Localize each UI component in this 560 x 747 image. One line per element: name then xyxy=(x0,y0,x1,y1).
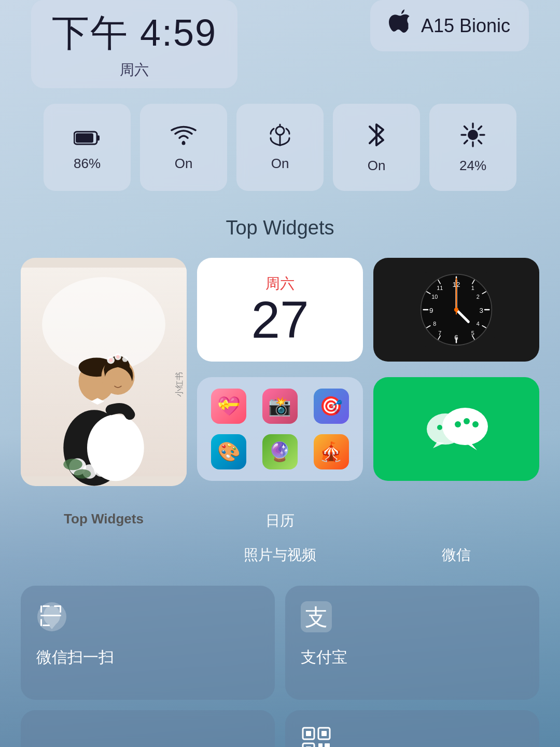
svg-text:4: 4 xyxy=(477,321,480,327)
svg-rect-81 xyxy=(40,619,42,626)
alipay-label: 支付宝 xyxy=(301,647,347,668)
svg-text:9: 9 xyxy=(429,307,433,314)
svg-rect-80 xyxy=(43,625,50,626)
folder-icon-6: 🎪 xyxy=(314,434,349,469)
folder-icon-3: 🎯 xyxy=(314,389,349,424)
svg-point-73 xyxy=(464,418,470,424)
widget-grid: 小红书 周六 27 xyxy=(21,258,539,486)
wifi-label: On xyxy=(175,156,193,172)
svg-rect-76 xyxy=(43,605,50,607)
svg-point-34 xyxy=(63,459,82,470)
svg-point-68 xyxy=(437,425,442,430)
svg-rect-92 xyxy=(325,743,330,747)
chip-widget: A15 Bionic xyxy=(370,0,529,51)
wechat-widget[interactable] xyxy=(373,377,539,481)
chip-name: A15 Bionic xyxy=(421,15,510,37)
battery-label: 86% xyxy=(74,156,101,172)
svg-rect-82 xyxy=(40,615,61,616)
svg-text:支: 支 xyxy=(305,604,328,630)
svg-text:1: 1 xyxy=(471,285,474,291)
wifi-control[interactable]: On xyxy=(140,104,227,191)
svg-point-3 xyxy=(182,141,186,145)
svg-point-71 xyxy=(442,408,488,445)
brightness-control[interactable]: 24% xyxy=(429,104,516,191)
brightness-icon xyxy=(459,121,486,153)
svg-text:小红书: 小红书 xyxy=(174,372,184,397)
folder-icon-2: 📸 xyxy=(262,389,298,424)
cellular-control[interactable]: On xyxy=(236,104,324,191)
health-qr-tile[interactable]: 四川天府健康通 xyxy=(285,710,539,747)
svg-point-4 xyxy=(276,127,284,135)
clock-app-widget[interactable]: 12 3 6 9 1 2 4 5 7 8 10 11 xyxy=(373,258,539,362)
xiaohongshu-tile[interactable]: 小红书 小红书 xyxy=(21,710,275,747)
folder-app-label: 照片与视频 xyxy=(197,545,363,565)
bluetooth-icon xyxy=(367,121,386,153)
svg-rect-1 xyxy=(97,135,100,141)
wechat-scan-icon xyxy=(36,601,67,639)
svg-point-72 xyxy=(455,421,461,427)
battery-icon xyxy=(74,123,101,150)
svg-text:2: 2 xyxy=(477,294,480,300)
svg-line-13 xyxy=(479,140,482,143)
svg-point-27 xyxy=(116,355,119,358)
svg-rect-86 xyxy=(306,731,311,736)
quick-controls: 86% On xyxy=(21,104,539,191)
qr-icon xyxy=(301,726,332,747)
cellular-icon xyxy=(267,123,293,150)
svg-point-33 xyxy=(94,462,109,477)
battery-control[interactable]: 86% xyxy=(44,104,131,191)
calendar-date: 27 xyxy=(251,294,309,345)
svg-rect-77 xyxy=(40,605,42,613)
svg-rect-79 xyxy=(60,605,61,613)
brightness-label: 24% xyxy=(459,158,486,174)
svg-line-15 xyxy=(465,140,468,143)
shortcuts-grid: 微信扫一扫 支 支付宝 小红书 小红书 xyxy=(21,586,539,747)
photo-widget-label: Top Widgets xyxy=(21,511,187,531)
clock-time: 下午 4:59 xyxy=(52,8,217,58)
calendar-widget[interactable]: 周六 27 xyxy=(197,258,363,362)
cellular-label: On xyxy=(271,156,289,172)
svg-point-35 xyxy=(74,469,91,478)
section-title: Top Widgets xyxy=(21,217,539,239)
svg-rect-91 xyxy=(318,743,323,747)
svg-rect-89 xyxy=(303,743,314,747)
svg-point-17 xyxy=(42,277,165,372)
calendar-app-label: 日历 xyxy=(197,511,363,531)
svg-point-7 xyxy=(468,130,478,140)
svg-point-26 xyxy=(109,358,113,362)
svg-line-14 xyxy=(479,126,482,129)
wechat-scan-tile[interactable]: 微信扫一扫 xyxy=(21,586,275,700)
bluetooth-label: On xyxy=(368,158,386,174)
photo-widget[interactable]: 小红书 xyxy=(21,258,187,486)
widget-row-labels: Top Widgets 日历 照片与视频 微信 xyxy=(21,507,539,565)
alipay-icon: 支 xyxy=(301,601,332,639)
svg-point-30 xyxy=(95,399,100,404)
folder-icon-5: 🔮 xyxy=(262,434,298,469)
top-bar: 下午 4:59 周六 A15 Bionic xyxy=(21,0,539,88)
folder-icon-4: 🎨 xyxy=(211,434,246,469)
clock-day: 周六 xyxy=(52,60,217,80)
svg-point-25 xyxy=(122,356,128,362)
wechat-scan-label: 微信扫一扫 xyxy=(36,647,114,668)
svg-text:10: 10 xyxy=(431,294,438,300)
svg-text:6: 6 xyxy=(454,334,458,341)
wifi-icon xyxy=(170,123,197,150)
svg-point-74 xyxy=(472,421,479,427)
svg-text:11: 11 xyxy=(437,285,443,291)
alipay-tile[interactable]: 支 支付宝 xyxy=(285,586,539,700)
bluetooth-control[interactable]: On xyxy=(333,104,420,191)
svg-text:7: 7 xyxy=(438,330,441,336)
svg-line-12 xyxy=(465,126,468,129)
svg-text:3: 3 xyxy=(480,307,483,314)
folder-widget[interactable]: 💝 📸 🎯 🎨 🔮 🎪 xyxy=(197,377,363,481)
svg-text:5: 5 xyxy=(471,330,474,336)
svg-rect-88 xyxy=(321,731,327,736)
svg-rect-2 xyxy=(76,133,93,143)
apple-logo-icon xyxy=(389,8,414,43)
clock-widget[interactable]: 下午 4:59 周六 xyxy=(31,0,237,88)
folder-icon-1: 💝 xyxy=(211,389,246,424)
svg-point-66 xyxy=(454,308,458,312)
svg-text:8: 8 xyxy=(433,321,436,327)
wechat-app-label: 微信 xyxy=(373,545,539,565)
